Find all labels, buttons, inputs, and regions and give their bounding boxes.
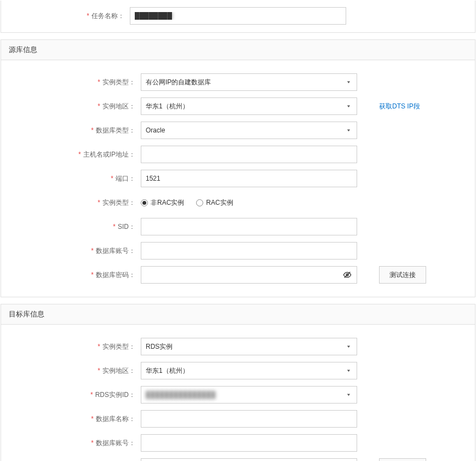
target-account-input[interactable] [141,434,357,452]
target-region-select[interactable]: 华东1（杭州） [141,362,357,379]
target-password-row: *数据库密码： 测试连接 [12,458,464,461]
rac-radio-label-1: 非RAC实例 [151,198,184,208]
radio-icon [196,199,203,206]
target-password-input[interactable] [141,458,357,461]
source-host-input[interactable] [141,146,357,163]
eye-icon[interactable] [342,270,352,280]
source-sid-label: *SID： [12,222,141,232]
source-db-type-select[interactable]: Oracle [141,122,357,139]
rac-radio-group: 非RAC实例 RAC实例 [141,194,233,211]
source-db-type-row: *数据库类型： Oracle [12,122,464,139]
source-sid-row: *SID： [12,218,464,235]
target-account-row: *数据库账号： [12,434,464,452]
source-instance-type-row: *实例类型： 有公网IP的自建数据库 [12,73,464,91]
target-section: 目标库信息 *实例类型： RDS实例 *实例地区： 华东1（杭州） *RDS实例… [1,304,475,461]
source-port-input[interactable] [141,170,357,187]
top-section: *任务名称： [1,1,475,33]
source-password-row: *数据库密码： 测试连接 [12,266,464,284]
radio-icon [141,199,148,206]
source-rac-row: *实例类型： 非RAC实例 RAC实例 [12,194,464,211]
target-header: 目标库信息 [1,304,475,325]
task-name-input[interactable] [130,7,346,25]
source-instance-type-label: *实例类型： [12,78,141,87]
target-instance-type-row: *实例类型： RDS实例 [12,338,464,355]
source-host-row: *主机名或IP地址： [12,146,464,163]
source-header: 源库信息 [1,40,475,60]
source-region-label: *实例地区： [12,102,141,111]
target-account-label: *数据库账号： [12,439,141,448]
source-host-label: *主机名或IP地址： [12,150,141,159]
rac-radio-non-rac[interactable]: 非RAC实例 [141,198,184,208]
source-port-label: *端口： [12,174,141,183]
task-name-row: *任务名称： [1,7,475,25]
target-db-name-row: *数据库名称： [12,410,464,428]
source-instance-type-select[interactable]: 有公网IP的自建数据库 [141,73,357,91]
target-rds-id-label: *RDS实例ID： [12,390,141,400]
target-db-name-input[interactable] [141,410,357,428]
source-region-row: *实例地区： 华东1（杭州） 获取DTS IP段 [12,97,464,115]
target-db-name-label: *数据库名称： [12,414,141,424]
target-region-label: *实例地区： [12,366,141,376]
source-account-row: *数据库账号： [12,242,464,260]
source-account-input[interactable] [141,242,357,260]
target-test-connection-button[interactable]: 测试连接 [379,458,426,461]
dts-ip-link[interactable]: 获取DTS IP段 [379,102,420,111]
target-instance-type-select[interactable]: RDS实例 [141,338,357,355]
source-password-label: *数据库密码： [12,270,141,280]
task-name-label: *任务名称： [1,11,130,21]
source-account-label: *数据库账号： [12,246,141,256]
target-instance-type-label: *实例类型： [12,342,141,351]
source-test-connection-button[interactable]: 测试连接 [379,266,426,284]
source-sid-input[interactable] [141,218,357,235]
target-region-row: *实例地区： 华东1（杭州） [12,362,464,379]
target-rds-id-row: *RDS实例ID： ███████████████ [12,386,464,404]
source-section: 源库信息 *实例类型： 有公网IP的自建数据库 *实例地区： 华东1（杭州） 获… [1,39,475,297]
source-rac-label: *实例类型： [12,198,141,208]
source-port-row: *端口： [12,170,464,187]
source-db-type-label: *数据库类型： [12,126,141,135]
source-password-input[interactable] [141,266,357,284]
rac-radio-label-2: RAC实例 [206,198,233,208]
target-rds-id-select[interactable]: ███████████████ [141,386,357,404]
rac-radio-rac[interactable]: RAC实例 [196,198,233,208]
source-region-select[interactable]: 华东1（杭州） [141,97,357,115]
